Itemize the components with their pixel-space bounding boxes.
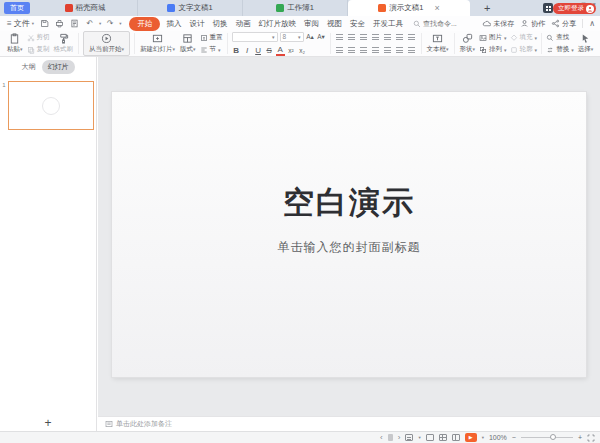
reading-view-icon[interactable] bbox=[452, 434, 460, 441]
collapse-ribbon-icon[interactable]: ∧ bbox=[589, 19, 595, 28]
numbering-icon[interactable] bbox=[347, 32, 357, 42]
smart-shapes-icon[interactable] bbox=[407, 45, 417, 55]
decrease-font-button[interactable]: A▾ bbox=[317, 33, 326, 41]
collaborate-button[interactable]: 协作 bbox=[520, 19, 545, 29]
slide-canvas[interactable]: 空白演示 单击输入您的封面副标题 bbox=[98, 57, 600, 416]
reset-button[interactable]: 重置 bbox=[200, 33, 223, 42]
superscript-button[interactable]: x² bbox=[287, 47, 296, 54]
font-size-combo[interactable]: 8 ▾ bbox=[280, 32, 304, 42]
increase-font-button[interactable]: A▴ bbox=[306, 33, 315, 41]
shapes-button[interactable]: 形状▾ bbox=[459, 33, 477, 54]
undo-icon[interactable]: ↶ bbox=[84, 18, 96, 30]
format-painter-button[interactable]: 格式刷 bbox=[53, 33, 75, 54]
login-button[interactable]: 立即登录 bbox=[553, 3, 596, 14]
save-icon[interactable] bbox=[39, 18, 51, 30]
home-tab[interactable]: 首页 bbox=[4, 2, 30, 14]
zoom-out-icon[interactable]: − bbox=[512, 434, 516, 441]
replace-button[interactable]: 替换▾ bbox=[546, 45, 574, 54]
slide-subtitle[interactable]: 单击输入您的封面副标题 bbox=[112, 239, 586, 256]
tab-workbook[interactable]: 工作簿1 bbox=[243, 0, 348, 16]
zoom-slider-knob[interactable] bbox=[550, 434, 556, 440]
bold-button[interactable]: B bbox=[232, 46, 241, 55]
distribute-icon[interactable] bbox=[383, 45, 393, 55]
align-left-icon[interactable] bbox=[335, 45, 345, 55]
redo-options-icon[interactable]: ▾ bbox=[119, 21, 121, 27]
outline-button[interactable]: 轮廓▾ bbox=[510, 45, 538, 54]
align-center-icon[interactable] bbox=[347, 45, 357, 55]
tab-docer-mall[interactable]: 稻壳商城 bbox=[33, 0, 138, 16]
command-search[interactable] bbox=[413, 20, 475, 28]
notes-bar[interactable]: 单击此处添加备注 bbox=[98, 416, 600, 431]
ribbon-tab-slideshow[interactable]: 幻灯片放映 bbox=[254, 17, 300, 31]
next-slide-icon[interactable]: › bbox=[398, 434, 401, 442]
tab-writer-document[interactable]: 文字文稿1 bbox=[138, 0, 243, 16]
play-slideshow-button[interactable]: ▶ bbox=[465, 433, 477, 442]
save-status[interactable]: 未保存 bbox=[482, 19, 514, 29]
normal-view-icon[interactable] bbox=[426, 434, 434, 441]
fill-button[interactable]: 填充▾ bbox=[510, 33, 538, 42]
ribbon-tab-home[interactable]: 开始 bbox=[129, 17, 160, 31]
print-preview-icon[interactable] bbox=[69, 18, 81, 30]
apps-icon[interactable] bbox=[543, 3, 553, 13]
text-align-vertical-icon[interactable] bbox=[407, 32, 417, 42]
font-name-combo[interactable]: ▾ bbox=[232, 32, 278, 42]
copy-button[interactable]: 复制 bbox=[27, 45, 50, 54]
select-button[interactable]: 选择▾ bbox=[577, 33, 595, 54]
ribbon-tab-design[interactable]: 设计 bbox=[185, 17, 208, 31]
arrange-button[interactable]: 排列▾ bbox=[479, 45, 507, 54]
picture-button[interactable]: 图片▾ bbox=[479, 33, 507, 42]
new-slide-button[interactable]: 新建幻灯片▾ bbox=[139, 33, 176, 54]
bullets-icon[interactable] bbox=[335, 32, 345, 42]
play-options-icon[interactable]: ▾ bbox=[482, 435, 484, 441]
layout-button[interactable]: 版式▾ bbox=[179, 33, 197, 54]
justify-icon[interactable] bbox=[371, 45, 381, 55]
file-menu[interactable]: ≡ 文件 ▾ bbox=[5, 18, 36, 29]
cut-button[interactable]: 剪切 bbox=[27, 33, 50, 42]
italic-button[interactable]: I bbox=[243, 46, 252, 55]
zoom-slider[interactable] bbox=[521, 437, 573, 438]
slide-title[interactable]: 空白演示 bbox=[112, 182, 586, 224]
ribbon-tab-transitions[interactable]: 切换 bbox=[208, 17, 231, 31]
slide-sorter-view-icon[interactable] bbox=[439, 434, 447, 441]
underline-button[interactable]: U bbox=[254, 46, 263, 55]
slide-thumbnail[interactable] bbox=[8, 81, 94, 130]
redo-icon[interactable]: ↷ bbox=[104, 18, 116, 30]
add-slide-button[interactable]: + bbox=[0, 415, 96, 431]
search-input[interactable] bbox=[423, 20, 475, 27]
slide[interactable]: 空白演示 单击输入您的封面副标题 bbox=[112, 92, 586, 377]
zoom-in-icon[interactable]: + bbox=[578, 434, 582, 441]
chevron-down-icon[interactable]: ▾ bbox=[418, 435, 420, 441]
ribbon-tab-animation[interactable]: 动画 bbox=[231, 17, 254, 31]
ribbon-tab-review[interactable]: 审阅 bbox=[300, 17, 323, 31]
fit-to-window-icon[interactable] bbox=[587, 434, 595, 442]
ribbon-tab-devtools[interactable]: 开发工具 bbox=[369, 17, 407, 31]
ribbon-tab-security[interactable]: 安全 bbox=[346, 17, 369, 31]
text-box-button[interactable]: 文本框▾ bbox=[426, 33, 450, 54]
columns-icon[interactable] bbox=[395, 45, 405, 55]
share-button[interactable]: 分享 bbox=[551, 19, 576, 29]
strikethrough-button[interactable]: S bbox=[265, 46, 274, 55]
play-from-current-button[interactable]: 从当前开始▾ bbox=[83, 31, 130, 56]
tab-presentation[interactable]: 演示文稿1 × bbox=[348, 0, 470, 16]
previous-slide-icon[interactable]: ‹ bbox=[380, 434, 383, 442]
print-icon[interactable] bbox=[54, 18, 66, 30]
slides-tab[interactable]: 幻灯片 bbox=[42, 60, 75, 74]
font-color-button[interactable]: A bbox=[276, 45, 285, 56]
close-tab-icon[interactable]: × bbox=[434, 4, 439, 13]
align-right-icon[interactable] bbox=[359, 45, 369, 55]
undo-options-icon[interactable]: ▾ bbox=[99, 21, 101, 27]
find-button[interactable]: 查找 bbox=[546, 33, 574, 42]
paste-button[interactable]: 粘贴▾ bbox=[6, 33, 24, 54]
indent-increase-icon[interactable] bbox=[371, 32, 381, 42]
indent-decrease-icon[interactable] bbox=[359, 32, 369, 42]
ribbon-tab-insert[interactable]: 插入 bbox=[162, 17, 185, 31]
section-button[interactable]: 节▾ bbox=[200, 45, 223, 54]
line-spacing-icon[interactable] bbox=[383, 32, 393, 42]
ribbon-tab-view[interactable]: 视图 bbox=[323, 17, 346, 31]
zoom-level[interactable]: 100% bbox=[489, 434, 507, 441]
text-direction-icon[interactable] bbox=[395, 32, 405, 42]
notes-view-icon[interactable] bbox=[405, 434, 413, 441]
subscript-button[interactable]: x₂ bbox=[298, 47, 307, 54]
new-tab-button[interactable]: + bbox=[484, 2, 490, 14]
outline-tab[interactable]: 大纲 bbox=[22, 62, 36, 72]
